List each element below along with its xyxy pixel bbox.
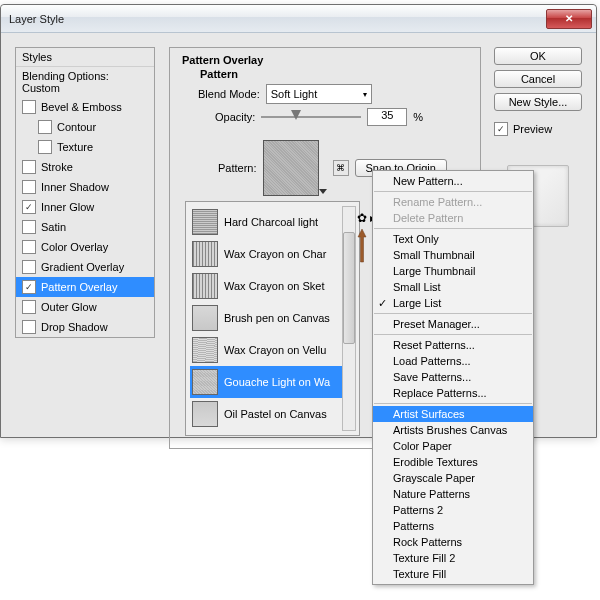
close-icon: ✕ xyxy=(565,13,573,24)
menu-item[interactable]: ✓Large List xyxy=(373,295,533,311)
checkbox-icon[interactable] xyxy=(22,160,36,174)
ok-button[interactable]: OK xyxy=(494,47,582,65)
checkbox-icon[interactable]: ✓ xyxy=(22,280,36,294)
pattern-thumb xyxy=(192,305,218,331)
pattern-item[interactable]: Brush pen on Canvas xyxy=(190,302,355,334)
menu-item[interactable]: Nature Patterns xyxy=(373,486,533,502)
menu-item[interactable]: Grayscale Paper xyxy=(373,470,533,486)
pattern-item[interactable]: Hard Charcoal light xyxy=(190,206,355,238)
style-item[interactable]: Stroke xyxy=(16,157,154,177)
checkbox-icon[interactable] xyxy=(22,180,36,194)
pattern-item[interactable]: Oil Pastel on Canvas xyxy=(190,398,355,430)
menu-item[interactable]: Texture Fill xyxy=(373,566,533,582)
checkbox-icon[interactable] xyxy=(22,300,36,314)
pattern-item[interactable]: Gouache Light on Wa xyxy=(190,366,355,398)
style-item-label: Texture xyxy=(57,141,93,153)
preview-checkbox[interactable]: ✓ xyxy=(494,122,508,136)
new-style-button[interactable]: New Style... xyxy=(494,93,582,111)
dialog-title: Layer Style xyxy=(9,13,546,25)
panel-subtitle: Pattern xyxy=(200,68,238,80)
menu-item[interactable]: Load Patterns... xyxy=(373,353,533,369)
menu-item[interactable]: Reset Patterns... xyxy=(373,337,533,353)
menu-item[interactable]: Small Thumbnail xyxy=(373,247,533,263)
menu-item[interactable]: Replace Patterns... xyxy=(373,385,533,401)
menu-item[interactable]: New Pattern... xyxy=(373,173,533,189)
menu-separator xyxy=(374,313,532,314)
style-item[interactable]: ✓Pattern Overlay xyxy=(16,277,154,297)
pattern-swatch[interactable] xyxy=(263,140,319,196)
menu-item[interactable]: Large Thumbnail xyxy=(373,263,533,279)
menu-item[interactable]: Artists Brushes Canvas xyxy=(373,422,533,438)
style-item[interactable]: Gradient Overlay xyxy=(16,257,154,277)
menu-item[interactable]: Erodible Textures xyxy=(373,454,533,470)
style-item-label: Contour xyxy=(57,121,96,133)
blending-options[interactable]: Blending Options: Custom xyxy=(16,67,154,97)
menu-item[interactable]: Patterns 2 xyxy=(373,502,533,518)
menu-item-label: Artists Brushes Canvas xyxy=(393,424,507,436)
style-item[interactable]: Contour xyxy=(16,117,154,137)
triangle-down-icon[interactable] xyxy=(319,189,327,194)
pattern-item-label: Wax Crayon on Char xyxy=(224,248,326,260)
style-item[interactable]: Color Overlay xyxy=(16,237,154,257)
opacity-slider[interactable] xyxy=(261,109,361,125)
checkbox-icon[interactable] xyxy=(22,240,36,254)
checkbox-icon[interactable] xyxy=(22,320,36,334)
menu-item-label: Texture Fill 2 xyxy=(393,552,455,564)
pattern-thumb xyxy=(192,273,218,299)
checkbox-icon[interactable] xyxy=(22,220,36,234)
style-item[interactable]: Bevel & Emboss xyxy=(16,97,154,117)
menu-item[interactable]: Small List xyxy=(373,279,533,295)
pattern-item[interactable]: Wax Crayon on Sket xyxy=(190,270,355,302)
pattern-thumb xyxy=(192,337,218,363)
checkbox-icon[interactable] xyxy=(22,260,36,274)
menu-item[interactable]: Texture Fill 2 xyxy=(373,550,533,566)
pattern-list: Hard Charcoal lightWax Crayon on CharWax… xyxy=(190,206,355,430)
menu-item-label: Grayscale Paper xyxy=(393,472,475,484)
pattern-label: Pattern: xyxy=(218,162,257,174)
style-item[interactable]: Satin xyxy=(16,217,154,237)
menu-item-label: Rock Patterns xyxy=(393,536,462,548)
style-item[interactable]: ✓Inner Glow xyxy=(16,197,154,217)
menu-item[interactable]: Rock Patterns xyxy=(373,534,533,550)
link-icon[interactable]: ⌘ xyxy=(333,160,349,176)
style-item[interactable]: Drop Shadow xyxy=(16,317,154,337)
checkbox-icon[interactable] xyxy=(38,140,52,154)
pattern-item-label: Oil Pastel on Canvas xyxy=(224,408,327,420)
style-item[interactable]: Texture xyxy=(16,137,154,157)
style-item[interactable]: Inner Shadow xyxy=(16,177,154,197)
style-item[interactable]: Outer Glow xyxy=(16,297,154,317)
style-item-label: Gradient Overlay xyxy=(41,261,124,273)
chevron-updown-icon: ▾ xyxy=(363,90,367,99)
menu-item[interactable]: Preset Manager... xyxy=(373,316,533,332)
menu-item-label: Load Patterns... xyxy=(393,355,471,367)
scrollbar[interactable] xyxy=(342,206,356,431)
menu-item-label: New Pattern... xyxy=(393,175,463,187)
checkbox-icon[interactable]: ✓ xyxy=(22,200,36,214)
pattern-item[interactable]: Wax Crayon on Vellu xyxy=(190,334,355,366)
styles-header[interactable]: Styles xyxy=(16,48,154,67)
menu-item[interactable]: Patterns xyxy=(373,518,533,534)
menu-item[interactable]: Text Only xyxy=(373,231,533,247)
opacity-label: Opacity: xyxy=(215,111,255,123)
menu-item[interactable]: Artist Surfaces xyxy=(373,406,533,422)
cancel-button[interactable]: Cancel xyxy=(494,70,582,88)
pattern-item[interactable]: Wax Crayon on Char xyxy=(190,238,355,270)
pattern-item-label: Wax Crayon on Sket xyxy=(224,280,324,292)
menu-item-label: Preset Manager... xyxy=(393,318,480,330)
menu-item[interactable]: Save Patterns... xyxy=(373,369,533,385)
checkbox-icon[interactable] xyxy=(22,100,36,114)
menu-item-label: Delete Pattern xyxy=(393,212,463,224)
opacity-value[interactable]: 35 xyxy=(367,108,407,126)
menu-item[interactable]: Color Paper xyxy=(373,438,533,454)
menu-item-label: Large List xyxy=(393,297,441,309)
title-bar[interactable]: Layer Style ✕ xyxy=(1,5,596,33)
close-button[interactable]: ✕ xyxy=(546,9,592,29)
checkbox-icon[interactable] xyxy=(38,120,52,134)
check-icon: ✓ xyxy=(378,297,387,310)
menu-item-label: Nature Patterns xyxy=(393,488,470,500)
style-item-label: Stroke xyxy=(41,161,73,173)
menu-item: Delete Pattern xyxy=(373,210,533,226)
blend-mode-select[interactable]: Soft Light ▾ xyxy=(266,84,372,104)
percent-label: % xyxy=(413,111,423,123)
flyout-menu[interactable]: New Pattern...Rename Pattern...Delete Pa… xyxy=(372,170,534,585)
